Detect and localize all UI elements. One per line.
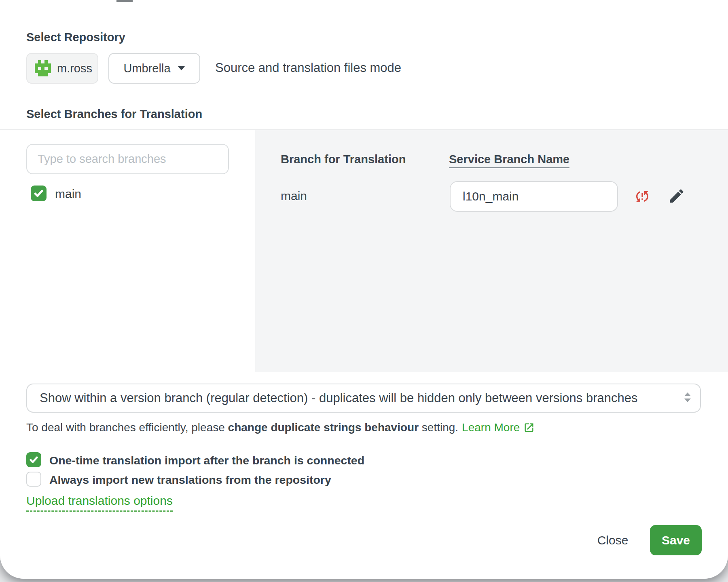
branch-settings-modal: Select Repository m.ross Umbrella Source…	[0, 0, 728, 579]
branch-list-item-main: main	[55, 187, 81, 201]
mapping-row-branch-name: main	[281, 189, 307, 203]
select-repository-label: Select Repository	[26, 31, 125, 44]
upload-translations-options-link[interactable]: Upload translations options	[26, 494, 173, 512]
always-import-checkbox[interactable]	[26, 472, 41, 487]
check-icon	[33, 188, 44, 199]
close-button[interactable]: Close	[582, 526, 643, 555]
note-prefix: To deal with branches efficiently, pleas…	[26, 421, 228, 434]
repository-chip[interactable]: m.ross	[26, 53, 98, 84]
duplicates-note: To deal with branches efficiently, pleas…	[26, 421, 535, 434]
column-header-service-branch-name: Service Branch Name	[449, 153, 569, 168]
pencil-icon	[668, 187, 686, 205]
branch-search-input[interactable]	[26, 144, 229, 174]
check-icon	[29, 455, 39, 465]
one-time-import-checkbox[interactable]	[26, 452, 41, 467]
select-branches-label: Select Branches for Translation	[26, 108, 202, 121]
external-link-icon	[523, 422, 535, 433]
repo-identicon-avatar	[35, 60, 51, 76]
note-suffix: setting.	[419, 421, 458, 434]
edit-service-branch-button[interactable]	[667, 187, 686, 205]
learn-more-label: Learn More	[462, 421, 520, 434]
repository-branch-dropdown[interactable]: Umbrella	[108, 53, 200, 84]
files-mode-text: Source and translation files mode	[215, 61, 401, 75]
duplicate-strings-select[interactable]: Show within a version branch (regular de…	[26, 384, 701, 413]
sync-problem-icon	[634, 188, 650, 205]
one-time-import-label: One-time translation import after the br…	[49, 454, 364, 467]
save-button[interactable]: Save	[650, 525, 702, 555]
repository-branch-dropdown-value: Umbrella	[123, 62, 170, 75]
duplicate-strings-selected-option: Show within a version branch (regular de…	[40, 391, 674, 405]
clipped-element-sliver	[116, 0, 133, 2]
note-bold-segment: change duplicate strings behaviour	[228, 421, 419, 434]
service-branch-name-input[interactable]	[450, 181, 618, 212]
sync-problem-button[interactable]	[634, 188, 651, 205]
always-import-label: Always import new translations from the …	[49, 473, 331, 487]
learn-more-link[interactable]: Learn More	[462, 421, 535, 434]
branch-checkbox-main[interactable]	[31, 186, 47, 201]
repository-name: m.ross	[57, 62, 92, 75]
column-header-branch-for-translation: Branch for Translation	[281, 153, 406, 166]
chevron-down-icon	[178, 66, 185, 71]
select-updown-arrows-icon	[683, 391, 692, 405]
